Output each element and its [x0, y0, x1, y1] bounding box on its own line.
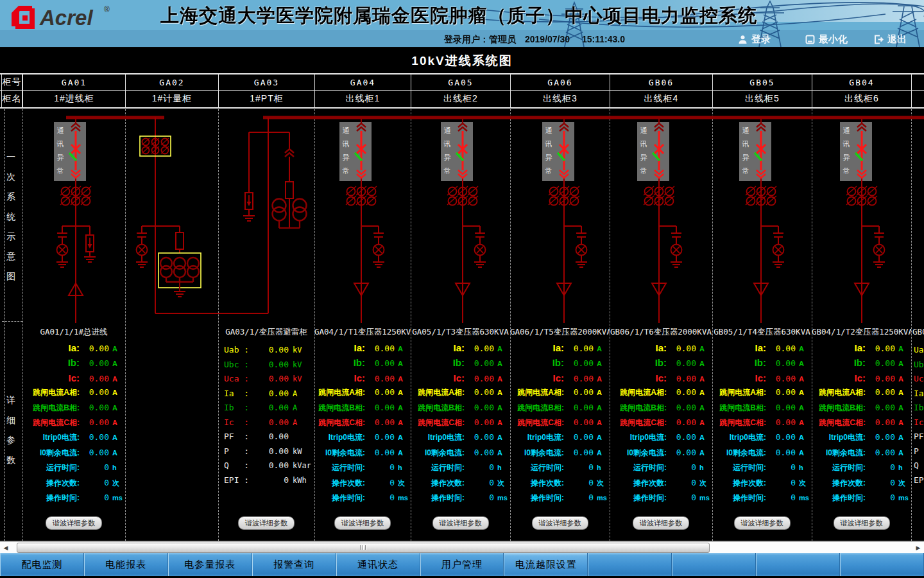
param-row: 操作次数: 0 次: [812, 478, 911, 493]
bottom-nav-button-8[interactable]: [672, 553, 756, 576]
svg-text:常: 常: [545, 167, 552, 175]
param-row: 操作时间: 0 ms: [22, 493, 125, 507]
bottom-nav-button-7[interactable]: [588, 553, 672, 576]
svg-text:通: 通: [545, 127, 552, 134]
cabinet-name-cell: 出线柜1: [314, 91, 411, 107]
harmonics-detail-button[interactable]: 谐波详细参数: [238, 516, 295, 530]
param-row: P: [912, 446, 924, 461]
param-row: Ic: 0.00 A: [610, 372, 712, 387]
param-row: 操作次数: 0 次: [411, 478, 510, 493]
panel-title: GA01/1/1#总进线: [22, 327, 125, 338]
scrollbar-right-arrow-icon[interactable]: ▶: [914, 544, 923, 552]
param-row: I0剩余电流: 0.00 A: [712, 448, 812, 462]
detail-panel-GA04: GA04/1/T1变压器1250KVA Ia: 0.00 A Ib: 0.00 …: [314, 323, 411, 541]
param-row: Itrip0电流: 0.00 A: [314, 432, 411, 447]
harmonics-detail-button[interactable]: 谐波详细参数: [834, 516, 890, 530]
single-line-diagram: 通讯异常通讯异常通讯异常通讯异常通讯异常通讯异常通讯异常: [0, 109, 924, 323]
h-scrollbar[interactable]: ◀ ▶: [0, 541, 924, 553]
param-row: Ic: 0.00 A: [314, 372, 411, 387]
param-row: Ib: 0.00 A: [22, 357, 125, 372]
param-row: 操作次数: 0 次: [22, 478, 125, 493]
detail-panel-GB06: GB06/1/T6变压器2000KVA Ia: 0.00 A Ib: 0.00 …: [610, 323, 712, 541]
cabinet-name-cell: 1#进线柜: [22, 91, 125, 107]
bottom-nav-button-5[interactable]: 用户管理: [420, 553, 504, 576]
cabinet-no-cell: GA05: [411, 74, 510, 90]
param-row: Ib: 0.00 A: [510, 357, 610, 372]
cabinet-no-cell-partial: [911, 74, 924, 90]
param-row: Ic: 0.00 A: [510, 372, 610, 387]
param-row: 运行时间: 0 h: [712, 462, 812, 477]
bottom-nav-button-3[interactable]: 报警查询: [252, 553, 336, 576]
param-row: 跳闸电流C相: 0.00 A: [22, 417, 125, 432]
cabinet-name-cell: 1#计量柜: [125, 91, 218, 107]
bottom-nav-button-10[interactable]: [840, 553, 924, 576]
svg-text:通: 通: [444, 127, 451, 134]
header-divider: [0, 47, 924, 48]
param-row: 跳闸电流A相: 0.00 A: [22, 387, 125, 402]
param-row: 操作时间: 0 ms: [712, 493, 812, 507]
bottom-nav-button-0[interactable]: 配电监测: [0, 553, 84, 576]
param-row: Ic: [912, 417, 924, 432]
param-row: 跳闸电流A相: 0.00 A: [411, 387, 510, 402]
param-row: I0剩余电流: 0.00 A: [411, 448, 510, 462]
row-label-cabinet-name: 柜名: [1, 91, 22, 107]
login-user-value: 管理员: [489, 32, 516, 46]
harmonics-detail-button[interactable]: 谐波详细参数: [46, 516, 102, 530]
param-row: Ia : 0.00 A: [218, 389, 314, 403]
detail-panel-GA06: GA06/1/T5变压器2000KVA Ia: 0.00 A Ib: 0.00 …: [510, 323, 610, 541]
cabinet-name-cell: 1#PT柜: [218, 91, 314, 107]
svg-text:常: 常: [444, 167, 451, 175]
param-row: Itrip0电流: 0.00 A: [812, 432, 911, 447]
exit-button[interactable]: 退出: [874, 31, 907, 47]
svg-text:讯: 讯: [443, 140, 451, 148]
param-row: I0剩余电流: 0.00 A: [510, 448, 610, 462]
param-row: Ia: [912, 389, 924, 403]
param-row: 跳闸电流B相: 0.00 A: [610, 403, 712, 417]
param-row: 操作时间: 0 ms: [314, 493, 411, 507]
param-row: Itrip0电流: 0.00 A: [510, 432, 610, 447]
bottom-nav-button-6[interactable]: 电流越限设置: [504, 553, 588, 576]
sidebar-label-detail-params: 详细参数: [0, 334, 22, 527]
exit-icon: [874, 35, 884, 44]
param-row: Q: [912, 460, 924, 475]
scrollbar-left-arrow-icon[interactable]: ◀: [1, 544, 10, 552]
minimize-icon: [805, 35, 815, 44]
param-row: 运行时间: 0 h: [610, 462, 712, 477]
bottom-nav-button-4[interactable]: 通讯状态: [336, 553, 420, 576]
h-scrollbar-thumb[interactable]: [17, 543, 710, 553]
param-row: 跳闸电流C相: 0.00 A: [712, 417, 812, 432]
svg-text:常: 常: [843, 167, 850, 175]
login-user-label: 登录用户：: [444, 32, 489, 46]
param-row: Ia: 0.00 A: [712, 342, 812, 357]
svg-text:异: 异: [843, 153, 850, 161]
bottom-nav-button-2[interactable]: 电参量报表: [168, 553, 252, 576]
minimize-button[interactable]: 最小化: [805, 31, 848, 47]
param-row: Ub: [912, 360, 924, 374]
svg-text:通: 通: [843, 127, 850, 134]
cabinet-no-cell: GB04: [812, 74, 911, 90]
time-text: 15:11:43.0: [582, 32, 625, 46]
param-row: Ia: 0.00 A: [314, 342, 411, 357]
param-row: 运行时间: 0 h: [411, 462, 510, 477]
harmonics-detail-button[interactable]: 谐波详细参数: [734, 516, 791, 530]
param-row: Ic: 0.00 A: [22, 372, 125, 387]
bottom-nav-button-9[interactable]: [756, 553, 840, 576]
user-icon: [738, 35, 748, 44]
scrollbar-grip: [360, 545, 366, 550]
harmonics-detail-button[interactable]: 谐波详细参数: [633, 516, 689, 530]
harmonics-detail-button[interactable]: 谐波详细参数: [432, 516, 489, 530]
panel-title: GB06/1/T6变压器2000KVA: [610, 327, 712, 338]
login-button[interactable]: 登录: [738, 31, 771, 47]
svg-text:通: 通: [57, 127, 64, 134]
svg-text:讯: 讯: [342, 140, 350, 148]
panel-rows: Ia: 0.00 A Ib: 0.00 A Ic: 0.00 A 跳闸电流A相:…: [510, 342, 610, 507]
param-row: Itrip0电流: 0.00 A: [22, 432, 125, 447]
harmonics-detail-button[interactable]: 谐波详细参数: [532, 516, 588, 530]
param-row: Ic : 0.00 A: [218, 417, 314, 432]
bottom-nav-button-1[interactable]: 电能报表: [84, 553, 168, 576]
param-row: 跳闸电流C相: 0.00 A: [610, 417, 712, 432]
param-row: Ic: 0.00 A: [812, 372, 911, 387]
param-row: PF : 0.00: [218, 432, 314, 446]
param-row: Ia: 0.00 A: [22, 342, 125, 357]
harmonics-detail-button[interactable]: 谐波详细参数: [334, 516, 391, 530]
